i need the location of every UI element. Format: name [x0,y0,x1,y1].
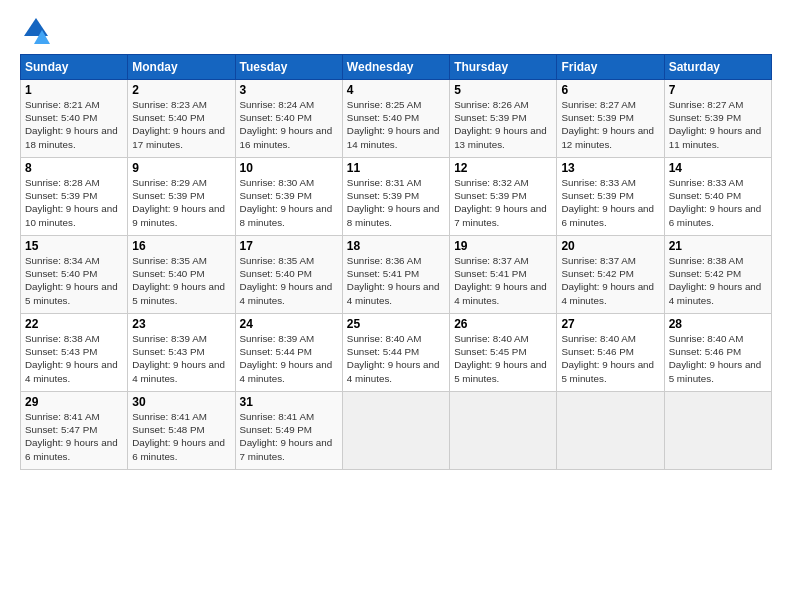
day-cell: 1Sunrise: 8:21 AM Sunset: 5:40 PM Daylig… [21,80,128,158]
day-info: Sunrise: 8:33 AM Sunset: 5:40 PM Dayligh… [669,176,767,229]
svg-marker-0 [24,18,48,36]
day-info: Sunrise: 8:36 AM Sunset: 5:41 PM Dayligh… [347,254,445,307]
day-number: 6 [561,83,659,97]
day-info: Sunrise: 8:40 AM Sunset: 5:46 PM Dayligh… [561,332,659,385]
calendar-body: 1Sunrise: 8:21 AM Sunset: 5:40 PM Daylig… [21,80,772,470]
day-cell: 10Sunrise: 8:30 AM Sunset: 5:39 PM Dayli… [235,158,342,236]
day-number: 20 [561,239,659,253]
day-number: 16 [132,239,230,253]
day-cell: 20Sunrise: 8:37 AM Sunset: 5:42 PM Dayli… [557,236,664,314]
day-cell: 13Sunrise: 8:33 AM Sunset: 5:39 PM Dayli… [557,158,664,236]
day-cell: 14Sunrise: 8:33 AM Sunset: 5:40 PM Dayli… [664,158,771,236]
day-number: 29 [25,395,123,409]
logo-icon [22,16,50,44]
day-cell: 25Sunrise: 8:40 AM Sunset: 5:44 PM Dayli… [342,314,449,392]
weekday-header-saturday: Saturday [664,55,771,80]
day-number: 22 [25,317,123,331]
day-info: Sunrise: 8:21 AM Sunset: 5:40 PM Dayligh… [25,98,123,151]
day-number: 1 [25,83,123,97]
day-number: 10 [240,161,338,175]
day-cell [450,392,557,470]
day-number: 15 [25,239,123,253]
day-info: Sunrise: 8:41 AM Sunset: 5:47 PM Dayligh… [25,410,123,463]
day-number: 3 [240,83,338,97]
day-number: 26 [454,317,552,331]
day-number: 11 [347,161,445,175]
day-info: Sunrise: 8:38 AM Sunset: 5:42 PM Dayligh… [669,254,767,307]
day-number: 21 [669,239,767,253]
day-cell: 27Sunrise: 8:40 AM Sunset: 5:46 PM Dayli… [557,314,664,392]
day-info: Sunrise: 8:24 AM Sunset: 5:40 PM Dayligh… [240,98,338,151]
day-info: Sunrise: 8:29 AM Sunset: 5:39 PM Dayligh… [132,176,230,229]
day-number: 13 [561,161,659,175]
day-cell: 4Sunrise: 8:25 AM Sunset: 5:40 PM Daylig… [342,80,449,158]
day-cell: 15Sunrise: 8:34 AM Sunset: 5:40 PM Dayli… [21,236,128,314]
calendar-header: SundayMondayTuesdayWednesdayThursdayFrid… [21,55,772,80]
day-info: Sunrise: 8:35 AM Sunset: 5:40 PM Dayligh… [132,254,230,307]
day-info: Sunrise: 8:32 AM Sunset: 5:39 PM Dayligh… [454,176,552,229]
day-number: 31 [240,395,338,409]
day-cell: 6Sunrise: 8:27 AM Sunset: 5:39 PM Daylig… [557,80,664,158]
week-row-5: 29Sunrise: 8:41 AM Sunset: 5:47 PM Dayli… [21,392,772,470]
day-number: 2 [132,83,230,97]
day-info: Sunrise: 8:38 AM Sunset: 5:43 PM Dayligh… [25,332,123,385]
day-cell: 17Sunrise: 8:35 AM Sunset: 5:40 PM Dayli… [235,236,342,314]
header [20,16,772,44]
day-info: Sunrise: 8:31 AM Sunset: 5:39 PM Dayligh… [347,176,445,229]
page: SundayMondayTuesdayWednesdayThursdayFrid… [0,0,792,612]
day-number: 27 [561,317,659,331]
week-row-4: 22Sunrise: 8:38 AM Sunset: 5:43 PM Dayli… [21,314,772,392]
day-number: 7 [669,83,767,97]
day-number: 12 [454,161,552,175]
week-row-1: 1Sunrise: 8:21 AM Sunset: 5:40 PM Daylig… [21,80,772,158]
day-number: 24 [240,317,338,331]
day-cell [557,392,664,470]
day-info: Sunrise: 8:37 AM Sunset: 5:41 PM Dayligh… [454,254,552,307]
day-cell: 31Sunrise: 8:41 AM Sunset: 5:49 PM Dayli… [235,392,342,470]
calendar: SundayMondayTuesdayWednesdayThursdayFrid… [20,54,772,470]
day-cell: 2Sunrise: 8:23 AM Sunset: 5:40 PM Daylig… [128,80,235,158]
day-cell: 8Sunrise: 8:28 AM Sunset: 5:39 PM Daylig… [21,158,128,236]
day-cell: 9Sunrise: 8:29 AM Sunset: 5:39 PM Daylig… [128,158,235,236]
day-cell: 23Sunrise: 8:39 AM Sunset: 5:43 PM Dayli… [128,314,235,392]
day-info: Sunrise: 8:28 AM Sunset: 5:39 PM Dayligh… [25,176,123,229]
day-cell: 28Sunrise: 8:40 AM Sunset: 5:46 PM Dayli… [664,314,771,392]
weekday-header-monday: Monday [128,55,235,80]
day-cell: 29Sunrise: 8:41 AM Sunset: 5:47 PM Dayli… [21,392,128,470]
day-number: 19 [454,239,552,253]
weekday-header-tuesday: Tuesday [235,55,342,80]
day-cell: 24Sunrise: 8:39 AM Sunset: 5:44 PM Dayli… [235,314,342,392]
day-number: 25 [347,317,445,331]
day-cell [342,392,449,470]
logo [20,16,50,44]
day-info: Sunrise: 8:40 AM Sunset: 5:44 PM Dayligh… [347,332,445,385]
day-info: Sunrise: 8:39 AM Sunset: 5:44 PM Dayligh… [240,332,338,385]
day-info: Sunrise: 8:33 AM Sunset: 5:39 PM Dayligh… [561,176,659,229]
weekday-row: SundayMondayTuesdayWednesdayThursdayFrid… [21,55,772,80]
day-number: 5 [454,83,552,97]
weekday-header-friday: Friday [557,55,664,80]
weekday-header-wednesday: Wednesday [342,55,449,80]
day-number: 28 [669,317,767,331]
day-cell: 7Sunrise: 8:27 AM Sunset: 5:39 PM Daylig… [664,80,771,158]
day-number: 8 [25,161,123,175]
week-row-3: 15Sunrise: 8:34 AM Sunset: 5:40 PM Dayli… [21,236,772,314]
day-number: 9 [132,161,230,175]
day-cell: 26Sunrise: 8:40 AM Sunset: 5:45 PM Dayli… [450,314,557,392]
day-cell: 16Sunrise: 8:35 AM Sunset: 5:40 PM Dayli… [128,236,235,314]
day-info: Sunrise: 8:27 AM Sunset: 5:39 PM Dayligh… [669,98,767,151]
day-info: Sunrise: 8:37 AM Sunset: 5:42 PM Dayligh… [561,254,659,307]
day-info: Sunrise: 8:35 AM Sunset: 5:40 PM Dayligh… [240,254,338,307]
day-number: 17 [240,239,338,253]
day-info: Sunrise: 8:40 AM Sunset: 5:45 PM Dayligh… [454,332,552,385]
day-info: Sunrise: 8:34 AM Sunset: 5:40 PM Dayligh… [25,254,123,307]
day-cell: 12Sunrise: 8:32 AM Sunset: 5:39 PM Dayli… [450,158,557,236]
day-cell: 19Sunrise: 8:37 AM Sunset: 5:41 PM Dayli… [450,236,557,314]
day-info: Sunrise: 8:41 AM Sunset: 5:49 PM Dayligh… [240,410,338,463]
day-number: 18 [347,239,445,253]
day-info: Sunrise: 8:41 AM Sunset: 5:48 PM Dayligh… [132,410,230,463]
week-row-2: 8Sunrise: 8:28 AM Sunset: 5:39 PM Daylig… [21,158,772,236]
weekday-header-thursday: Thursday [450,55,557,80]
day-cell: 11Sunrise: 8:31 AM Sunset: 5:39 PM Dayli… [342,158,449,236]
day-info: Sunrise: 8:39 AM Sunset: 5:43 PM Dayligh… [132,332,230,385]
